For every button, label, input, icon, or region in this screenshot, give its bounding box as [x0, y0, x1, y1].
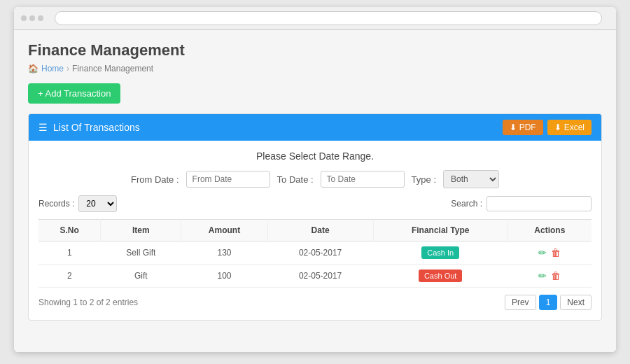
table-row: 1 Sell Gift 130 02-05-2017 Cash In ✏ 🗑 — [38, 241, 592, 265]
dot-3 — [38, 15, 43, 21]
transactions-card: ☰ List Of Transactions ⬇ PDF ⬇ Excel Ple… — [28, 113, 602, 321]
search-label: Search : — [451, 199, 482, 209]
type-select[interactable]: Both Cash In Cash Out — [443, 170, 499, 188]
row2-amount: 100 — [181, 265, 267, 288]
card-header: ☰ List Of Transactions ⬇ PDF ⬇ Excel — [29, 114, 601, 141]
table-row: 2 Gift 100 02-05-2017 Cash Out ✏ 🗑 — [38, 265, 592, 288]
filter-row: From Date : To Date : Type : Both Cash I… — [38, 170, 592, 188]
row2-delete-button[interactable]: 🗑 — [551, 270, 561, 281]
row1-date: 02-05-2017 — [267, 241, 373, 265]
col-sno: S.No — [38, 220, 101, 241]
records-label: Records : — [38, 199, 74, 209]
breadcrumb-sep: › — [66, 64, 69, 74]
excel-button[interactable]: ⬇ Excel — [547, 120, 592, 135]
row1-sno: 1 — [38, 241, 101, 265]
showing-entries: Showing 1 to 2 of 2 entries — [38, 298, 138, 307]
row2-edit-button[interactable]: ✏ — [538, 270, 547, 281]
table-head: S.No Item Amount Date Financial Type Act… — [38, 220, 592, 241]
records-group: Records : 10 20 50 100 — [38, 195, 117, 212]
row1-amount: 130 — [181, 241, 267, 265]
card-header-left: ☰ List Of Transactions — [38, 122, 140, 133]
row2-type: Cash Out — [373, 265, 507, 288]
row2-actions: ✏ 🗑 — [507, 265, 592, 288]
breadcrumb-current: Finance Management — [72, 64, 153, 74]
card-header-title: List Of Transactions — [53, 122, 140, 133]
card-header-buttons: ⬇ PDF ⬇ Excel — [503, 120, 592, 135]
cash-out-badge: Cash Out — [419, 270, 462, 282]
row2-sno: 2 — [38, 265, 101, 288]
list-icon: ☰ — [38, 122, 48, 133]
type-label: Type : — [412, 174, 436, 185]
row1-actions: ✏ 🗑 — [507, 241, 592, 265]
prev-button[interactable]: Prev — [505, 295, 536, 310]
transactions-table: S.No Item Amount Date Financial Type Act… — [38, 219, 592, 288]
row2-item: Gift — [101, 265, 181, 288]
row1-delete-button[interactable]: 🗑 — [551, 247, 561, 258]
add-transaction-button[interactable]: + Add Transaction — [28, 83, 120, 104]
table-body: 1 Sell Gift 130 02-05-2017 Cash In ✏ 🗑 — [38, 241, 592, 288]
card-body: Please Select Date Range. From Date : To… — [29, 141, 601, 320]
col-item: Item — [101, 220, 181, 241]
page-content: Finance Management 🏠 Home › Finance Mana… — [14, 30, 616, 352]
pdf-label: PDF — [519, 122, 536, 132]
download-icon: ⬇ — [510, 122, 517, 132]
search-input[interactable] — [486, 196, 592, 211]
row1-item: Sell Gift — [101, 241, 181, 265]
dot-2 — [29, 15, 35, 21]
table-footer: Showing 1 to 2 of 2 entries Prev 1 Next — [38, 295, 592, 310]
col-financial-type: Financial Type — [373, 220, 507, 241]
col-date: Date — [267, 220, 373, 241]
dot-1 — [21, 15, 27, 21]
excel-icon: ⬇ — [554, 122, 561, 132]
row1-edit-button[interactable]: ✏ — [538, 247, 547, 258]
breadcrumb: 🏠 Home › Finance Management — [28, 64, 602, 74]
to-date-label: To Date : — [277, 174, 314, 185]
col-actions: Actions — [507, 220, 592, 241]
records-select[interactable]: 10 20 50 100 — [78, 195, 117, 212]
to-date-input[interactable] — [321, 171, 405, 188]
cash-in-badge: Cash In — [421, 246, 459, 259]
page-title: Finance Management — [28, 41, 602, 59]
next-button[interactable]: Next — [560, 295, 592, 310]
breadcrumb-home[interactable]: Home — [41, 64, 64, 74]
excel-label: Excel — [564, 122, 584, 132]
col-amount: Amount — [181, 220, 267, 241]
pdf-button[interactable]: ⬇ PDF — [503, 120, 543, 135]
url-bar[interactable] — [55, 11, 602, 25]
date-range-title: Please Select Date Range. — [38, 150, 592, 162]
controls-row: Records : 10 20 50 100 Search : — [38, 195, 592, 212]
page-1-button[interactable]: 1 — [539, 295, 558, 310]
home-icon: 🏠 — [28, 64, 38, 74]
row1-type: Cash In — [373, 241, 507, 265]
row1-action-btns: ✏ 🗑 — [514, 247, 584, 258]
table-header-row: S.No Item Amount Date Financial Type Act… — [38, 220, 592, 241]
pagination: Prev 1 Next — [505, 295, 592, 310]
search-group: Search : — [451, 196, 592, 211]
browser-chrome-bar — [14, 7, 616, 30]
from-date-input[interactable] — [186, 171, 270, 188]
row2-date: 02-05-2017 — [267, 265, 373, 288]
row2-action-btns: ✏ 🗑 — [514, 270, 584, 281]
browser-dots — [21, 15, 43, 21]
from-date-label: From Date : — [131, 174, 179, 185]
